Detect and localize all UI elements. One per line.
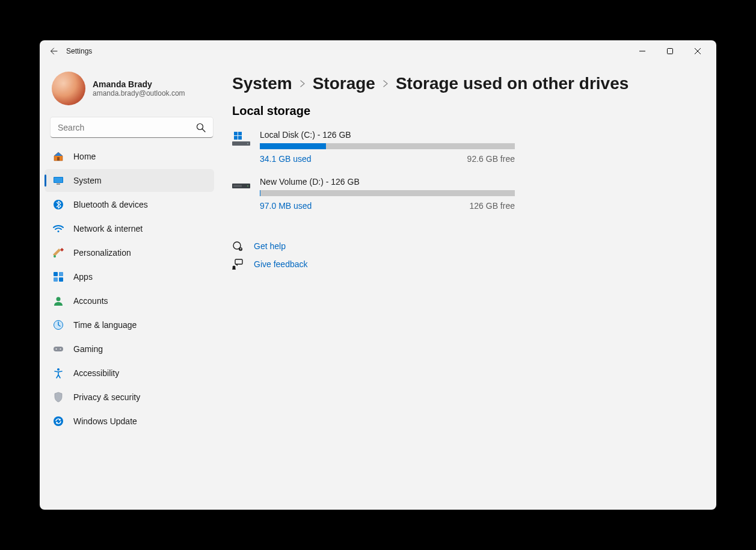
sidebar-item-gaming[interactable]: Gaming — [45, 338, 214, 360]
sidebar-item-label: Time & language — [73, 320, 137, 330]
svg-point-16 — [56, 348, 57, 350]
svg-text:?: ? — [239, 247, 241, 251]
sidebar-item-label: Personalization — [73, 248, 131, 258]
svg-rect-10 — [59, 272, 63, 276]
svg-rect-5 — [57, 184, 60, 185]
search-icon — [196, 123, 206, 132]
svg-rect-0 — [668, 49, 673, 54]
svg-point-25 — [247, 143, 248, 144]
chevron-right-icon — [298, 79, 307, 88]
maximize-icon — [667, 48, 673, 54]
accessibility-icon — [53, 368, 64, 379]
svg-point-18 — [57, 368, 60, 371]
sidebar-item-accounts[interactable]: Accounts — [45, 289, 214, 312]
search-button[interactable] — [192, 119, 209, 136]
svg-point-27 — [247, 185, 248, 187]
minimize-icon — [639, 48, 645, 54]
breadcrumb-storage[interactable]: Storage — [313, 74, 375, 93]
section-title: Local storage — [232, 104, 692, 118]
svg-rect-22 — [234, 136, 238, 140]
sidebar-item-label: Bluetooth & devices — [73, 200, 148, 209]
arrow-left-icon — [49, 46, 59, 56]
chevron-right-icon — [381, 79, 390, 88]
profile-card[interactable]: Amanda Brady amanda.brady@outlook.com — [45, 67, 220, 115]
accounts-icon — [53, 295, 64, 306]
help-link-label: Give feedback — [254, 259, 308, 269]
sidebar-item-apps[interactable]: Apps — [45, 265, 214, 288]
drive-item[interactable]: Local Disk (C:) - 126 GB 34.1 GB used 92… — [232, 130, 515, 164]
drive-list: Local Disk (C:) - 126 GB 34.1 GB used 92… — [232, 130, 692, 211]
drive-free: 126 GB free — [470, 201, 515, 211]
close-button[interactable] — [684, 42, 711, 61]
breadcrumb-current: Storage used on other drives — [396, 74, 628, 93]
sidebar-item-label: Windows Update — [73, 416, 137, 426]
svg-rect-34 — [232, 268, 236, 270]
drive-title: Local Disk (C:) - 126 GB — [260, 130, 515, 140]
svg-rect-15 — [54, 347, 63, 351]
sidebar-item-bluetooth[interactable]: Bluetooth & devices — [45, 193, 214, 216]
sidebar-item-label: Gaming — [73, 344, 103, 354]
sidebar-item-personalization[interactable]: Personalization — [45, 241, 214, 264]
svg-rect-9 — [54, 272, 58, 276]
sidebar-item-label: Apps — [73, 272, 93, 282]
drive-progress — [260, 190, 515, 196]
windows-update-icon — [53, 416, 64, 427]
profile-name: Amanda Brady — [93, 79, 185, 89]
maximize-button[interactable] — [656, 42, 684, 61]
svg-rect-12 — [59, 277, 63, 282]
drive-progress — [260, 143, 515, 149]
titlebar: Settings — [40, 40, 716, 62]
svg-point-8 — [54, 255, 56, 258]
back-button[interactable] — [45, 42, 64, 61]
minimize-button[interactable] — [628, 42, 656, 61]
svg-point-33 — [233, 266, 236, 269]
system-icon — [53, 175, 64, 186]
drive-progress-fill — [260, 143, 326, 149]
svg-rect-20 — [234, 132, 238, 135]
sidebar-item-label: Home — [73, 152, 96, 161]
apps-icon — [53, 271, 64, 282]
sidebar-item-label: Privacy & security — [73, 392, 140, 402]
sidebar-item-windows-update[interactable]: Windows Update — [45, 410, 214, 433]
svg-rect-2 — [57, 157, 60, 161]
drive-free: 92.6 GB free — [467, 154, 515, 164]
search-input[interactable] — [51, 117, 213, 138]
time-language-icon — [53, 320, 64, 330]
home-icon — [53, 151, 64, 162]
get-help-link[interactable]: ? Get help — [232, 241, 692, 252]
gaming-icon — [53, 344, 64, 354]
main-content: System Storage Storage used on other dri… — [220, 62, 716, 510]
breadcrumbs: System Storage Storage used on other dri… — [232, 74, 692, 93]
svg-rect-11 — [54, 277, 58, 282]
svg-point-13 — [57, 297, 61, 301]
personalization-icon — [53, 247, 64, 258]
help-links: ? Get help Give feedback — [232, 241, 692, 270]
sidebar-item-home[interactable]: Home — [45, 145, 214, 168]
drive-used-link[interactable]: 97.0 MB used — [260, 201, 312, 211]
help-icon: ? — [232, 241, 243, 252]
breadcrumb-system[interactable]: System — [232, 74, 292, 93]
sidebar-item-accessibility[interactable]: Accessibility — [45, 362, 214, 385]
give-feedback-link[interactable]: Give feedback — [232, 259, 692, 270]
drive-progress-fill — [260, 190, 260, 196]
feedback-icon — [232, 259, 243, 270]
bluetooth-icon — [53, 199, 64, 210]
window-controls — [628, 42, 711, 61]
close-icon — [695, 48, 701, 54]
sidebar: Amanda Brady amanda.brady@outlook.com Ho… — [40, 62, 220, 510]
sidebar-item-system[interactable]: System — [45, 169, 214, 192]
privacy-icon — [53, 392, 64, 403]
drive-icon — [232, 178, 250, 193]
network-icon — [53, 223, 64, 234]
help-link-label: Get help — [254, 241, 286, 251]
drive-item[interactable]: New Volume (D:) - 126 GB 97.0 MB used 12… — [232, 177, 515, 211]
svg-rect-4 — [54, 178, 63, 182]
sidebar-item-network[interactable]: Network & internet — [45, 217, 214, 240]
sidebar-item-label: Network & internet — [73, 224, 143, 233]
svg-point-19 — [54, 416, 63, 426]
drive-used-link[interactable]: 34.1 GB used — [260, 154, 312, 164]
sidebar-item-label: System — [73, 176, 102, 185]
sidebar-item-privacy[interactable]: Privacy & security — [45, 386, 214, 409]
sidebar-item-time-language[interactable]: Time & language — [45, 314, 214, 336]
windows-drive-icon — [232, 131, 250, 146]
